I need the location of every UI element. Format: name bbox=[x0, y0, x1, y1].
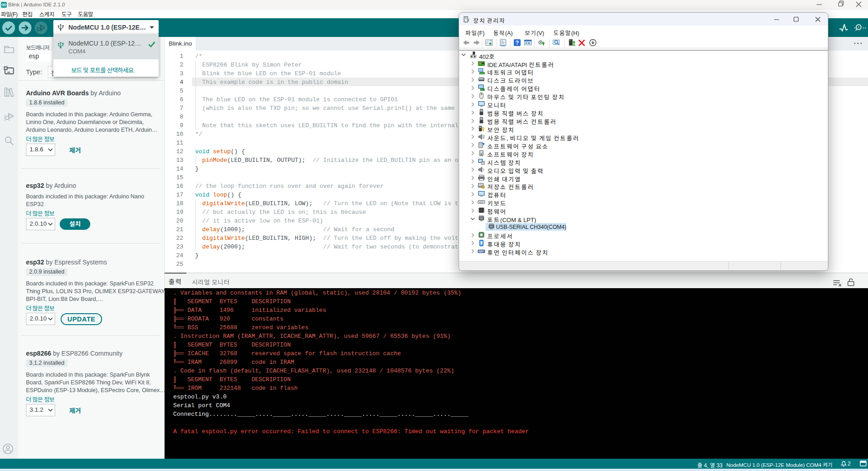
svg-text:?: ? bbox=[516, 40, 519, 46]
